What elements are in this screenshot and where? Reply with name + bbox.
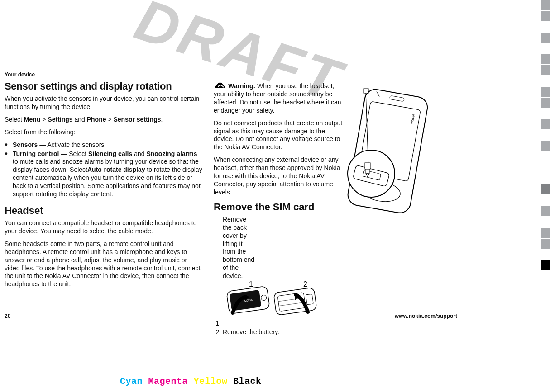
color-swatch — [541, 109, 550, 118]
cmyk-black: Black — [233, 376, 262, 387]
text-fragment: and — [73, 116, 87, 123]
color-swatch — [541, 65, 550, 75]
phone-label: Phone — [87, 116, 106, 123]
text-fragment: and — [132, 150, 146, 157]
color-swatch — [541, 163, 550, 173]
cmyk-yellow: Yellow — [194, 376, 234, 387]
color-swatch — [541, 217, 550, 227]
color-swatch — [541, 119, 550, 129]
sensor-bullets: Sensors — Activate the sensors. Turning … — [5, 141, 202, 198]
silencing-calls-label: Silencing calls — [88, 150, 132, 157]
cmyk-cyan: Cyan — [120, 376, 148, 387]
settings-label: Settings — [48, 116, 72, 123]
headset-heading: Headset — [5, 205, 202, 217]
sensor-select-line: Select Menu > Settings and Phone > Senso… — [5, 116, 202, 124]
select-from-text: Select from the following: — [5, 128, 202, 137]
headset-connector-illustration: NOKIA — [344, 79, 448, 219]
sim-illustration: NOKIA 1 — [223, 280, 318, 326]
text-fragment: — Select — [59, 150, 88, 157]
warning-label: Warning: — [228, 82, 255, 90]
color-swatch — [541, 98, 550, 108]
warning-icon — [214, 80, 226, 90]
svg-rect-9 — [306, 294, 313, 305]
sensor-settings-label: Sensor settings — [113, 116, 161, 123]
color-swatch — [541, 184, 550, 194]
sim-step-1: Remove the back cover by lifting it from… — [223, 216, 344, 326]
color-swatch — [541, 195, 550, 205]
color-swatch — [541, 206, 550, 216]
sim-label-1: 1 — [249, 280, 253, 288]
sim-step-2: Remove the battery. — [223, 328, 344, 336]
warning-p2: Do not connect products that create an o… — [214, 119, 344, 152]
color-swatch — [541, 130, 550, 140]
turning-control-label: Turning control — [13, 150, 59, 157]
color-swatch — [541, 43, 550, 53]
bullet-turning-control: Turning control — Select Silencing calls… — [5, 150, 202, 198]
sensors-label: Sensors — [13, 141, 38, 148]
color-swatch — [541, 228, 550, 238]
color-swatch — [541, 76, 550, 86]
svg-rect-23 — [364, 89, 368, 93]
cmyk-registration-line: Cyan Magenta Yellow Black — [120, 376, 262, 387]
sim-step1-text: Remove the back cover by lifting it from… — [223, 216, 254, 279]
color-swatch — [541, 0, 550, 10]
text-fragment: > — [106, 116, 114, 123]
sim-label-2: 2 — [303, 280, 307, 288]
sim-heading: Remove the SIM card — [214, 201, 344, 213]
sensor-heading: Sensor settings and display rotation — [5, 80, 202, 92]
text-fragment: Select — [5, 116, 24, 123]
text-fragment: — Activate the sensors. — [38, 141, 106, 148]
sensor-intro: When you activate the sensors in your de… — [5, 95, 202, 111]
color-swatch — [541, 239, 550, 249]
color-swatch — [541, 33, 550, 43]
snoozing-alarms-label: Snoozing alarms — [146, 150, 197, 157]
right-column: Warning: When you use the headset, your … — [208, 79, 453, 339]
color-swatch — [541, 250, 550, 260]
running-head: Your device — [5, 71, 457, 78]
color-swatch — [541, 152, 550, 162]
left-column: Sensor settings and display rotation Whe… — [5, 79, 208, 339]
color-swatch — [541, 54, 550, 64]
menu-label: Menu — [24, 116, 41, 123]
warning-paragraph: Warning: When you use the headset, your … — [214, 80, 344, 115]
text-fragment: . — [161, 116, 163, 123]
color-swatch — [541, 174, 550, 184]
warning-p3: When connecting any external device or a… — [214, 156, 344, 197]
text-fragment: > — [40, 116, 48, 123]
headset-p1: You can connect a compatible headset or … — [5, 219, 202, 236]
color-swatch — [541, 141, 550, 151]
color-swatch — [541, 87, 550, 97]
color-swatch — [541, 22, 550, 32]
color-swatch-strip — [541, 0, 550, 271]
auto-rotate-label: Auto-rotate display — [87, 166, 145, 173]
svg-rect-21 — [366, 169, 369, 174]
svg-rect-20 — [365, 163, 370, 169]
headset-p2: Some headsets come in two parts, a remot… — [5, 240, 202, 288]
color-swatch — [541, 11, 550, 21]
cmyk-magenta: Magenta — [148, 376, 194, 387]
bullet-sensors: Sensors — Activate the sensors. — [5, 141, 202, 149]
color-swatch — [541, 260, 550, 270]
sim-steps: Remove the back cover by lifting it from… — [214, 216, 344, 336]
